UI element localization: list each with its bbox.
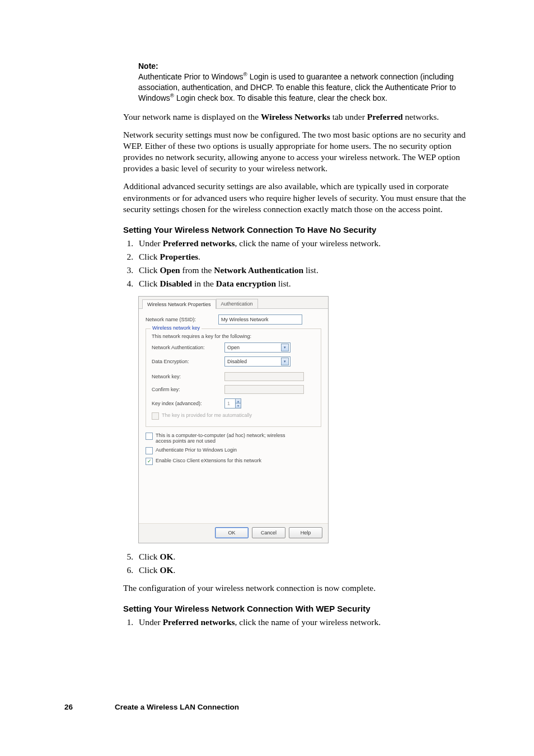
text-bold: OK [160, 552, 173, 561]
text: Click [139, 565, 160, 575]
wireless-key-fieldset: Wireless network key This network requir… [146, 328, 321, 427]
page-footer: 26Create a Wireless LAN Connection [64, 703, 239, 711]
text-bold: Properties [160, 252, 198, 261]
cisco-checkbox[interactable]: ✓ [146, 458, 153, 465]
text-bold: Preferred networks [163, 617, 235, 627]
spinner-controls: ▲ ▼ [235, 399, 241, 408]
text: networks. [403, 112, 439, 121]
note-body: Authenticate Prior to Windows® Login is … [138, 72, 470, 104]
text: . [174, 565, 176, 575]
auth-value: Open [227, 345, 240, 350]
text-bold: Preferred [367, 112, 403, 121]
step-3: Click Open from the Network Authenticati… [135, 264, 470, 277]
registered-mark: ® [243, 71, 247, 77]
text: Click [139, 279, 160, 288]
authprior-label: Authenticate Prior to Windows Login [156, 447, 237, 453]
netkey-input [224, 372, 304, 381]
registered-mark: ® [170, 92, 174, 98]
dialog-body: Network name (SSID): My Wireless Network… [139, 309, 328, 523]
confirm-label: Confirm key: [152, 387, 224, 392]
text: , click the name of your wireless networ… [235, 238, 381, 248]
text: from the [180, 265, 214, 275]
text: tab under [330, 112, 367, 121]
spinner-up-icon[interactable]: ▲ [235, 399, 241, 403]
adhoc-row: This is a computer-to-computer (ad hoc) … [146, 433, 321, 444]
authprior-row: Authenticate Prior to Windows Login [146, 447, 321, 454]
confirm-input [224, 385, 304, 394]
ok-button[interactable]: OK [215, 527, 249, 538]
keyidx-label: Key index (advanced): [152, 401, 224, 406]
confirm-row: Confirm key: [152, 385, 315, 394]
wireless-properties-dialog: Wireless Network Properties Authenticati… [138, 296, 329, 543]
ssid-row: Network name (SSID): My Wireless Network [146, 314, 321, 325]
text: list. [276, 279, 291, 288]
autokey-checkbox [152, 412, 159, 420]
text: Click [139, 265, 160, 275]
page-number: 26 [64, 703, 73, 711]
instruction-list-3: Under Preferred networks, click the name… [123, 616, 470, 629]
text-bold: Network Authentication [214, 265, 303, 275]
instruction-list-1: Under Preferred networks, click the name… [123, 237, 470, 290]
netkey-label: Network key: [152, 374, 224, 379]
text: . [174, 552, 176, 561]
ssid-label: Network name (SSID): [146, 317, 218, 322]
text: Click [139, 252, 160, 261]
keyidx-spinner[interactable]: 1 ▲ ▼ [224, 398, 241, 408]
paragraph-network-name: Your network name is displayed on the Wi… [123, 111, 470, 123]
step-2: Click Properties. [135, 250, 470, 264]
enc-row: Data Encryption: Disabled ▾ [152, 356, 315, 367]
chevron-down-icon: ▾ [281, 344, 289, 351]
dialog-tabs: Wireless Network Properties Authenticati… [139, 297, 328, 309]
text: list. [303, 265, 318, 275]
autokey-row: The key is provided for me automatically [152, 412, 315, 420]
tab-wireless-properties[interactable]: Wireless Network Properties [142, 299, 216, 309]
text: . [198, 252, 200, 261]
adhoc-label: This is a computer-to-computer (ad hoc) … [156, 433, 296, 444]
cancel-button[interactable]: Cancel [252, 527, 285, 538]
enc-dropdown[interactable]: Disabled ▾ [224, 356, 291, 367]
authprior-checkbox[interactable] [146, 447, 153, 454]
ssid-input[interactable]: My Wireless Network [218, 314, 302, 325]
help-button[interactable]: Help [289, 527, 322, 538]
document-page: Note: Authenticate Prior to Windows® Log… [0, 0, 534, 756]
instruction-list-2: Click OK. Click OK. [123, 550, 470, 577]
section-heading-wep: Setting Your Wireless Network Connection… [123, 604, 470, 613]
footer-title: Create a Wireless LAN Connection [115, 703, 239, 711]
text: , click the name of your wireless networ… [235, 617, 381, 627]
auth-row: Network Authentication: Open ▾ [152, 342, 315, 353]
spinner-down-icon[interactable]: ▼ [235, 403, 241, 408]
enc-label: Data Encryption: [152, 359, 224, 364]
keyidx-value: 1 [225, 399, 235, 408]
netkey-row: Network key: [152, 372, 315, 381]
note-text-1: Authenticate Prior to Windows [138, 72, 243, 81]
text: Your network name is displayed on the [123, 112, 261, 121]
text: Under [139, 617, 163, 627]
cisco-row: ✓ Enable Cisco Client eXtensions for thi… [146, 458, 321, 465]
step-1: Under Preferred networks, click the name… [135, 237, 470, 250]
adhoc-checkbox[interactable] [146, 433, 153, 440]
chevron-down-icon: ▾ [281, 358, 289, 365]
paragraph-complete: The configuration of your wireless netwo… [123, 583, 470, 594]
wep-step-1: Under Preferred networks, click the name… [135, 616, 470, 629]
section-heading-no-security: Setting Your Wireless Network Connection… [123, 225, 470, 234]
auth-dropdown[interactable]: Open ▾ [224, 342, 291, 353]
text: Click [139, 552, 160, 561]
text-bold: Open [160, 265, 180, 275]
dialog-button-bar: OK Cancel Help [139, 523, 328, 543]
text: in the [192, 279, 216, 288]
cisco-label: Enable Cisco Client eXtensions for this … [156, 458, 261, 463]
text-bold: Disabled [160, 279, 192, 288]
text-bold: OK [160, 565, 173, 575]
autokey-label: The key is provided for me automatically [162, 412, 252, 418]
fieldset-legend: Wireless network key [151, 325, 202, 331]
note-heading: Note: [138, 62, 470, 71]
paragraph-security-intro: Network security settings must now be co… [123, 129, 470, 175]
step-6: Click OK. [135, 564, 470, 577]
text-bold: Preferred networks [163, 238, 235, 248]
step-4: Click Disabled in the Data encryption li… [135, 277, 470, 290]
tab-authentication[interactable]: Authentication [216, 299, 258, 308]
keyidx-row: Key index (advanced): 1 ▲ ▼ [152, 398, 315, 408]
text: Under [139, 238, 163, 248]
enc-value: Disabled [227, 359, 247, 364]
fieldset-subtext: This network requires a key for the foll… [152, 334, 315, 339]
